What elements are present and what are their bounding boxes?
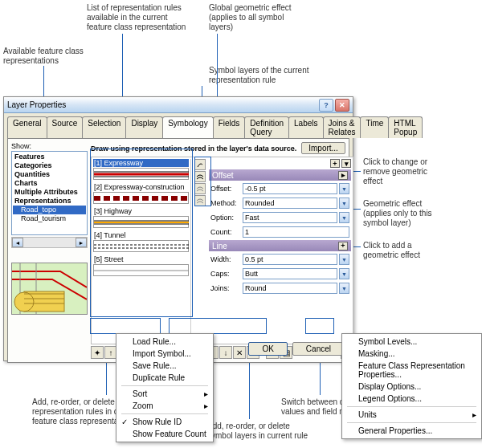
offset-input[interactable]	[243, 183, 337, 194]
main-panel: Draw using representation stored in the …	[91, 142, 353, 359]
show-reps[interactable]: Representations	[13, 197, 86, 206]
tab-fields[interactable]: Fields	[213, 116, 246, 138]
offset-section-header: Offset ▸	[209, 169, 351, 181]
layer-button[interactable]	[194, 171, 206, 182]
option-select[interactable]	[243, 212, 337, 223]
count-input[interactable]	[243, 226, 349, 238]
tab-html[interactable]: HTML Popup	[388, 116, 423, 138]
menu-sort[interactable]: Sort	[118, 388, 211, 400]
tab-general[interactable]: General	[7, 116, 47, 138]
main-title: Draw using representation stored in the …	[91, 145, 296, 153]
rules-list: [1] Expressway [2] Expressway-constructi…	[93, 159, 191, 342]
menu-general-properties[interactable]: General Properties...	[344, 425, 480, 437]
menu-fcr-properties[interactable]: Feature Class Representation Properties.…	[344, 360, 480, 381]
tab-content: Show: Features Categories Quantities Cha…	[7, 138, 349, 363]
menu-load-rule[interactable]: Load Rule...	[118, 336, 211, 348]
rule-label: [2] Expressway-construction	[93, 183, 189, 191]
rule-item[interactable]: [4] Tunnel	[93, 231, 189, 252]
show-label: Show:	[11, 142, 88, 150]
menu-units[interactable]: Units	[344, 409, 480, 421]
import-button[interactable]: Import...	[301, 142, 345, 154]
tab-selection[interactable]: Selection	[82, 116, 126, 138]
menu-symbol-levels[interactable]: Symbol Levels...	[344, 336, 480, 348]
rule-item[interactable]: [2] Expressway-construction	[93, 183, 189, 204]
layer-menu-button[interactable]: ▾	[341, 159, 351, 168]
layer-button[interactable]	[194, 183, 206, 194]
rep-road-tourism[interactable]: Road_tourism	[13, 214, 86, 223]
annotation: Click to add ageometric effect	[363, 241, 451, 260]
prop-label: Caps:	[210, 270, 241, 278]
show-categories[interactable]: Categories	[13, 161, 86, 170]
show-quantities[interactable]: Quantities	[13, 170, 86, 179]
show-charts[interactable]: Charts	[13, 179, 86, 188]
rule-item[interactable]: [3] Highway	[93, 207, 189, 228]
rule-label: [3] Highway	[93, 207, 189, 215]
prop-label: Joins:	[210, 284, 241, 292]
rule-item[interactable]: [1] Expressway	[93, 159, 189, 180]
prop-label: Width:	[210, 255, 241, 263]
add-global-effect-button[interactable]: +	[330, 159, 340, 168]
annotation: Global geometric effect(applies to all s…	[209, 3, 313, 32]
rep-road-topo[interactable]: Road_topo	[13, 206, 86, 214]
dropdown-arrow-icon[interactable]: ▼	[339, 268, 349, 279]
tab-joins[interactable]: Joins & Relates	[323, 116, 362, 138]
layer-button[interactable]	[194, 195, 206, 206]
show-multiattr[interactable]: Multiple Attributes	[13, 188, 86, 197]
layer-down-button[interactable]: ↓	[219, 346, 232, 359]
annotation: Available feature classrepresentations	[3, 47, 96, 66]
cancel-button[interactable]: Cancel	[292, 342, 345, 356]
menu-duplicate-rule[interactable]: Duplicate Rule	[118, 372, 211, 384]
rule-label: [1] Expressway	[93, 159, 189, 167]
properties-panel: + ▾ Offset ▸ Offset:▼ Method:▼ Option:▼ …	[209, 159, 351, 342]
add-rule-button[interactable]: ✦	[91, 346, 104, 359]
ok-button[interactable]: OK	[248, 342, 287, 356]
annotation: Symbol layers of the currentrepresentati…	[209, 66, 329, 85]
tab-symbology[interactable]: Symbology	[162, 116, 213, 138]
titlebar[interactable]: Layer Properties ? ✕	[4, 97, 353, 113]
rule-label: [5] Street	[93, 255, 189, 263]
close-button[interactable]: ✕	[335, 99, 349, 112]
width-input[interactable]	[243, 254, 337, 265]
content-row: [1] Expressway [2] Expressway-constructi…	[91, 157, 353, 344]
dropdown-arrow-icon[interactable]: ▼	[339, 254, 349, 265]
section-menu-button[interactable]: ▸	[338, 171, 348, 180]
tab-source[interactable]: Source	[47, 116, 84, 138]
preview-icon	[12, 263, 87, 314]
add-effect-button[interactable]: +	[338, 242, 348, 250]
dropdown-arrow-icon[interactable]: ▼	[339, 198, 349, 209]
rule-label: [4] Tunnel	[93, 231, 189, 239]
menu-show-rule-id[interactable]: Show Rule ID	[118, 416, 211, 428]
menu-show-feature-count[interactable]: Show Feature Count	[118, 428, 211, 440]
annotation: Geometric effect(applies only to thissym…	[363, 199, 451, 228]
section-title: Offset	[212, 171, 234, 180]
show-scrollbar[interactable]: ◄►	[11, 237, 88, 248]
tab-labels[interactable]: Labels	[288, 116, 323, 138]
menu-zoom[interactable]: Zoom	[118, 400, 211, 412]
layer-properties-dialog: Layer Properties ? ✕ General Source Sele…	[3, 96, 353, 361]
tab-defquery[interactable]: Definition Query	[244, 116, 289, 138]
annotation: Click to change orremove geometriceffect	[363, 157, 451, 186]
dropdown-arrow-icon[interactable]: ▼	[339, 283, 349, 294]
tab-display[interactable]: Display	[125, 116, 163, 138]
rule-item[interactable]: [5] Street	[93, 255, 189, 276]
show-list[interactable]: Features Categories Quantities Charts Mu…	[11, 151, 88, 235]
tab-time[interactable]: Time	[360, 116, 389, 138]
dropdown-arrow-icon[interactable]: ▼	[339, 212, 349, 223]
menu-import-symbol[interactable]: Import Symbol...	[118, 348, 211, 360]
prop-label: Offset:	[210, 185, 241, 193]
delete-layer-button[interactable]: ✕	[233, 346, 246, 359]
menu-legend-options[interactable]: Legend Options...	[344, 393, 480, 405]
show-features[interactable]: Features	[13, 153, 86, 161]
menu-masking[interactable]: Masking...	[344, 348, 480, 360]
caps-select[interactable]	[243, 268, 337, 279]
global-effect-button[interactable]	[194, 159, 206, 170]
left-panel: Show: Features Categories Quantities Cha…	[11, 142, 88, 359]
help-button[interactable]: ?	[319, 99, 333, 112]
svg-point-2	[14, 292, 34, 312]
menu-display-options[interactable]: Display Options...	[344, 381, 480, 393]
menu-save-rule[interactable]: Save Rule...	[118, 360, 211, 372]
method-select[interactable]	[243, 198, 337, 209]
prop-label: Method:	[210, 199, 241, 207]
dropdown-arrow-icon[interactable]: ▼	[339, 183, 349, 194]
joins-select[interactable]	[243, 283, 337, 294]
